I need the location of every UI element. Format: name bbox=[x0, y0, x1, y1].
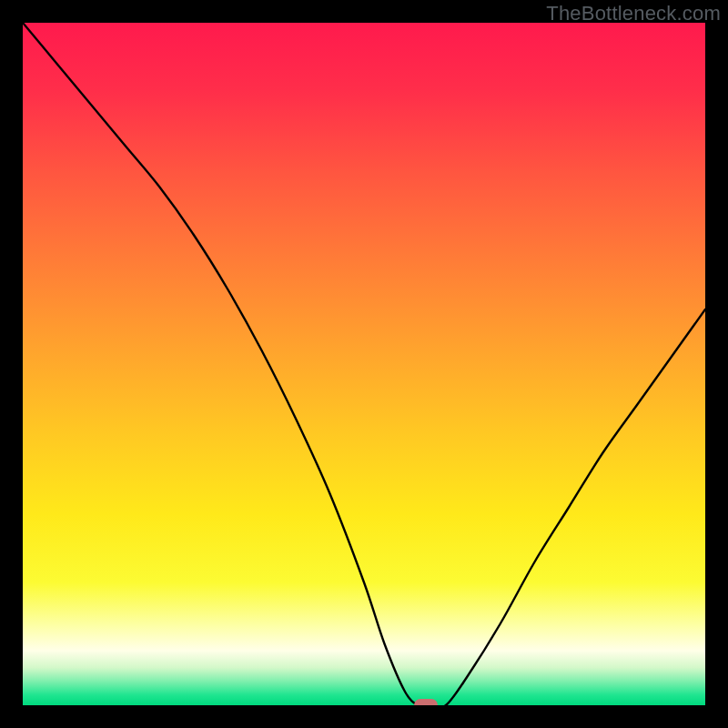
bottleneck-marker bbox=[414, 699, 438, 705]
chart-frame: TheBottleneck.com bbox=[0, 0, 728, 728]
bottleneck-curve bbox=[23, 23, 705, 705]
watermark-text: TheBottleneck.com bbox=[546, 2, 721, 25]
plot-area bbox=[23, 23, 705, 705]
